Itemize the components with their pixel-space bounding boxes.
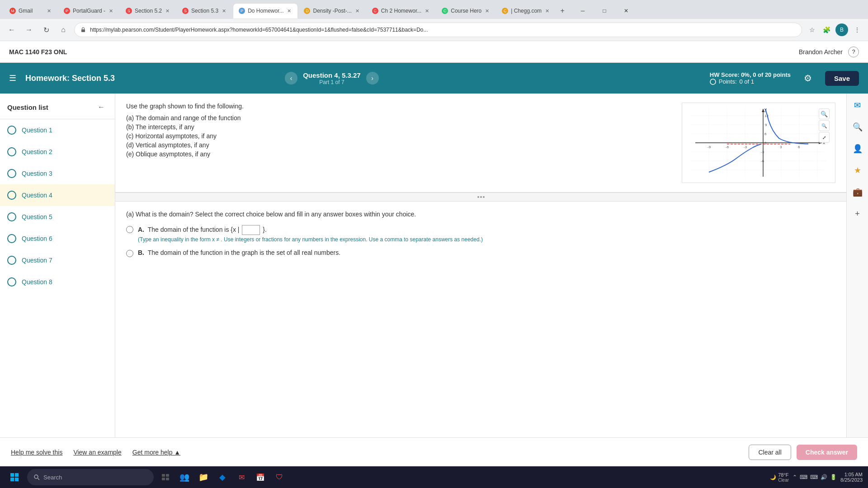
main-layout: Question list ← Question 1 Question 2 Qu…	[0, 94, 868, 488]
tab-density[interactable]: D Density -Post-... ✕	[298, 3, 366, 19]
svg-rect-37	[10, 478, 14, 481]
weather-widget: 🌙 78°F Clear	[770, 472, 789, 483]
tab-close-section52[interactable]: ✕	[165, 7, 170, 15]
tab-ch2[interactable]: C Ch 2 Homewor... ✕	[366, 3, 436, 19]
svg-rect-38	[15, 478, 19, 481]
sidebar-item-question5[interactable]: Question 5	[0, 206, 115, 228]
new-tab-button[interactable]: +	[556, 5, 569, 17]
hw-score-value: 0%, 0 of 20 points	[741, 71, 791, 78]
tab-do-homework[interactable]: P Do Homewor... ✕	[233, 3, 298, 19]
add-sidebar-icon[interactable]: +	[849, 206, 866, 222]
profile-icon[interactable]: B	[835, 23, 848, 36]
taskbar-teams[interactable]: 👥	[176, 469, 193, 485]
person-sidebar-icon[interactable]: 👤	[849, 141, 866, 157]
volume-icon[interactable]: 🔊	[821, 474, 827, 480]
taskbar-search-bar[interactable]: Search	[27, 469, 154, 485]
taskbar-search-text: Search	[43, 474, 62, 481]
bookmark-icon[interactable]: ☆	[807, 24, 817, 35]
tab-section53[interactable]: S Section 5.3 ✕	[176, 3, 233, 19]
question5-label: Question 5	[22, 213, 52, 221]
option-b-radio[interactable]	[126, 250, 133, 257]
tab-close-ch2[interactable]: ✕	[424, 7, 430, 15]
keyboard-icon[interactable]: ⌨	[800, 474, 807, 480]
search-sidebar-icon[interactable]: 🔍	[849, 119, 866, 135]
zoom-out-button[interactable]: 🔍	[819, 120, 830, 131]
help-me-solve-link[interactable]: Help me solve this	[11, 449, 62, 456]
star-sidebar-icon[interactable]: ★	[849, 162, 866, 178]
taskbar-edge[interactable]: ◆	[214, 469, 231, 485]
tab-close-gmail[interactable]: ✕	[46, 7, 52, 15]
settings-button[interactable]: ⚙	[800, 70, 816, 86]
close-button[interactable]: ✕	[616, 4, 637, 18]
expand-graph-button[interactable]: ⤢	[819, 132, 830, 143]
home-button[interactable]: ⌂	[57, 23, 70, 36]
tab-close-do-homework[interactable]: ✕	[286, 7, 292, 15]
taskbar-task-view[interactable]	[157, 469, 174, 485]
zoom-in-button[interactable]: 🔍	[819, 108, 830, 119]
tab-close-course-hero[interactable]: ✕	[484, 7, 490, 15]
chevron-up-icon[interactable]: ⌃	[793, 474, 797, 480]
tab-portalguard[interactable]: P PortalGuard - ✕	[58, 3, 120, 19]
hw-title: Homework: Section 5.3	[25, 74, 115, 83]
tab-section53-label: Section 5.3	[191, 8, 218, 14]
minimize-button[interactable]: ─	[572, 4, 593, 18]
right-sidebar: ✉ 🔍 👤 ★ 💼 + ⚙	[846, 94, 868, 488]
menu-icon[interactable]: ☰	[9, 73, 16, 83]
more-options-icon[interactable]: ⋮	[852, 24, 863, 35]
taskbar-calendar[interactable]: 📅	[252, 469, 269, 485]
tab-chegg[interactable]: C | Chegg.com ✕	[496, 3, 556, 19]
tab-section52[interactable]: S Section 5.2 ✕	[120, 3, 176, 19]
tab-close-density[interactable]: ✕	[354, 7, 360, 15]
briefcase-sidebar-icon[interactable]: 💼	[849, 184, 866, 200]
option-a-radio[interactable]	[126, 226, 133, 233]
sidebar-item-question6[interactable]: Question 6	[0, 228, 115, 249]
sidebar-header: Question list ←	[0, 94, 115, 119]
collapse-dot-1	[477, 196, 479, 198]
check-answer-button[interactable]: Check answer	[797, 445, 857, 460]
sidebar-item-question3[interactable]: Question 3	[0, 163, 115, 184]
section53-favicon: S	[182, 8, 189, 14]
back-button[interactable]: ←	[5, 23, 18, 36]
collapse-dot-3	[483, 196, 485, 198]
extensions-icon[interactable]: 🧩	[821, 24, 832, 35]
maximize-button[interactable]: □	[594, 4, 615, 18]
view-example-link[interactable]: View an example	[73, 449, 121, 456]
tab-course-hero[interactable]: C Course Hero ✕	[436, 3, 496, 19]
svg-rect-36	[15, 473, 19, 477]
svg-text:-3: -3	[744, 145, 747, 149]
sidebar-item-question8[interactable]: Question 8	[0, 271, 115, 293]
sidebar-item-question2[interactable]: Question 2	[0, 141, 115, 163]
task-view-icon	[161, 473, 170, 482]
tab-close-chegg[interactable]: ✕	[544, 7, 550, 15]
more-help-link[interactable]: Get more help ▲	[132, 449, 180, 456]
help-button[interactable]: ?	[848, 47, 859, 57]
sidebar-item-question4[interactable]: Question 4	[0, 184, 115, 206]
prev-question-button[interactable]: ‹	[285, 72, 297, 84]
taskbar-security[interactable]: 🛡	[271, 469, 288, 485]
refresh-button[interactable]: ↻	[40, 23, 52, 36]
outlook-icon[interactable]: ✉	[849, 97, 866, 113]
taskbar-file-explorer[interactable]: 📁	[195, 469, 212, 485]
next-question-button[interactable]: ›	[366, 72, 379, 84]
tab-close-portalguard[interactable]: ✕	[108, 7, 114, 15]
sidebar-item-question7[interactable]: Question 7	[0, 249, 115, 271]
taskbar-time-date[interactable]: 1:05 AM 8/25/2023	[840, 472, 863, 483]
tab-gmail[interactable]: M Gmail ✕	[4, 3, 58, 19]
save-button[interactable]: Save	[825, 71, 859, 86]
collapse-handle[interactable]	[115, 192, 846, 202]
sidebar-item-question1[interactable]: Question 1	[0, 119, 115, 141]
forward-button[interactable]: →	[23, 23, 35, 36]
hw-score-section: HW Score: 0%, 0 of 20 points Points: 0 o…	[710, 71, 791, 85]
clear-all-button[interactable]: Clear all	[749, 445, 791, 460]
tab-close-section53[interactable]: ✕	[221, 7, 227, 15]
svg-line-40	[38, 479, 40, 480]
domain-input[interactable]	[242, 225, 260, 235]
taskbar-mail[interactable]: ✉	[233, 469, 250, 485]
wifi-icon[interactable]: ⌨	[810, 474, 818, 480]
sidebar-collapse-button[interactable]: ←	[95, 101, 108, 113]
start-button[interactable]	[5, 468, 24, 486]
question1-circle	[7, 126, 16, 135]
hw-points: Points: 0 of 1	[710, 78, 791, 85]
address-bar[interactable]: https://mylab.pearson.com/Student/Player…	[74, 23, 802, 37]
battery-icon[interactable]: 🔋	[830, 474, 837, 480]
